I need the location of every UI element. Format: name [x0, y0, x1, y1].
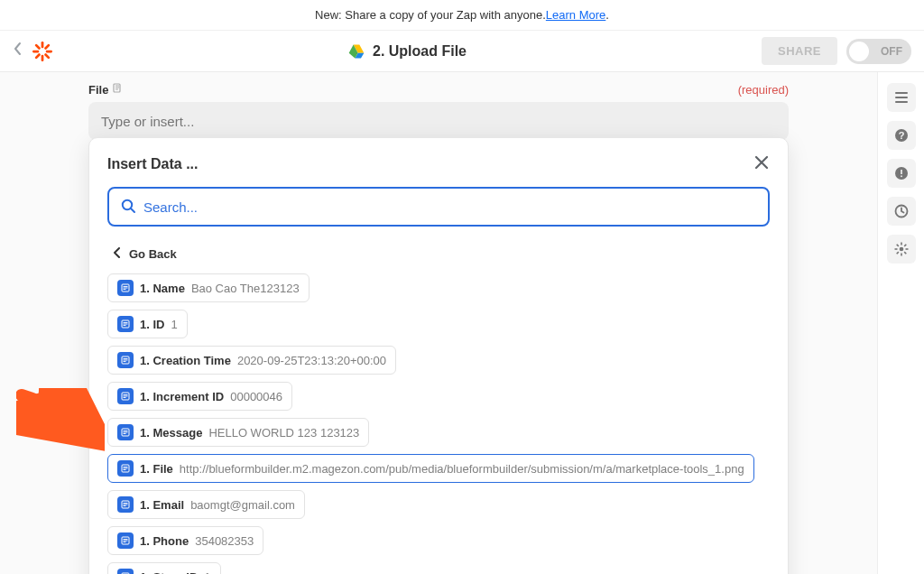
data-item-label: 1. Email — [140, 498, 184, 512]
data-item-label: 1. Name — [140, 282, 185, 295]
rail-help-button[interactable]: ? — [887, 121, 916, 150]
data-item-label: 1. ID — [140, 318, 164, 331]
search-input[interactable] — [143, 199, 757, 215]
google-drive-icon — [347, 42, 365, 60]
form-icon — [117, 316, 134, 332]
rail-settings-button[interactable] — [887, 235, 916, 264]
svg-rect-25 — [903, 252, 906, 255]
svg-rect-4 — [44, 43, 51, 50]
alert-icon — [894, 166, 909, 181]
topbar: 2. Upload File SHARE OFF — [0, 31, 924, 72]
settings-icon — [894, 242, 909, 256]
svg-rect-5 — [34, 52, 41, 59]
svg-rect-24 — [896, 244, 899, 246]
back-button[interactable] — [13, 42, 23, 60]
file-field-wrap: File (required) — [88, 83, 789, 140]
enable-toggle[interactable]: OFF — [846, 39, 911, 64]
zapier-logo — [32, 42, 52, 61]
data-item[interactable]: 1. Creation Time 2020-09-25T23:13:20+00:… — [107, 346, 396, 375]
go-back-button[interactable]: Go Back — [107, 241, 770, 273]
svg-rect-7 — [44, 52, 51, 59]
chevron-left-icon — [13, 42, 23, 56]
svg-rect-21 — [905, 248, 908, 250]
form-icon — [117, 496, 134, 513]
data-item[interactable]: 1. ID 1 — [107, 310, 188, 338]
data-item-label: 1. Message — [140, 426, 202, 440]
form-icon — [117, 388, 134, 404]
data-item[interactable]: 1. Phone 354082353 — [107, 526, 263, 555]
data-item-value: 1 — [171, 318, 177, 331]
go-back-label: Go Back — [129, 247, 177, 261]
banner-link[interactable]: Learn More — [546, 8, 605, 22]
rail-outline-button[interactable] — [887, 83, 916, 112]
close-icon — [753, 154, 770, 171]
search-icon — [120, 198, 136, 217]
svg-line-28 — [131, 208, 134, 212]
svg-rect-3 — [46, 50, 52, 52]
svg-rect-1 — [42, 54, 44, 60]
right-rail: ? — [877, 72, 924, 574]
insert-data-panel: Insert Data ... Go Back 1. Name Bao Cao … — [88, 137, 789, 574]
svg-rect-15 — [901, 176, 902, 178]
data-item-label: 1. Increment ID — [140, 390, 224, 403]
svg-rect-19 — [901, 254, 902, 256]
form-icon — [117, 532, 134, 549]
form-icon — [117, 280, 134, 296]
form-icon — [117, 569, 134, 574]
history-icon — [894, 204, 909, 218]
data-item-value: http://blueformbuilder.m2.magezon.com/pu… — [180, 462, 744, 476]
svg-rect-22 — [903, 244, 906, 246]
data-item[interactable]: 1. Increment ID 00000046 — [107, 382, 292, 411]
rail-history-button[interactable] — [887, 197, 916, 226]
svg-rect-18 — [901, 243, 902, 245]
file-field-label: File — [88, 83, 123, 97]
rail-alert-button[interactable] — [887, 159, 916, 188]
share-button[interactable]: SHARE — [762, 37, 837, 65]
form-icon — [117, 424, 134, 440]
data-item[interactable]: 1. Email baomgt@gmail.com — [107, 490, 305, 519]
svg-rect-20 — [894, 248, 897, 250]
step-title-text: 2. Upload File — [373, 43, 467, 60]
svg-rect-0 — [42, 42, 44, 48]
data-item-value: 2020-09-25T23:13:20+00:00 — [237, 354, 386, 367]
svg-text:?: ? — [898, 130, 904, 141]
banner-suffix: . — [605, 8, 609, 22]
toggle-label: OFF — [881, 45, 902, 58]
promo-banner: New: Share a copy of your Zap with anyon… — [0, 0, 924, 31]
form-icon — [117, 352, 134, 368]
data-item[interactable]: 1. Message HELLO WORLD 123 123123 — [107, 418, 369, 447]
data-item-list: 1. Name Bao Cao The1231231. ID 11. Creat… — [107, 273, 770, 574]
svg-rect-23 — [896, 252, 899, 255]
banner-text: New: Share a copy of your Zap with anyon… — [315, 8, 546, 22]
panel-title: Insert Data ... — [107, 156, 198, 172]
step-title: 2. Upload File — [61, 42, 753, 60]
data-item-value: HELLO WORLD 123 123123 — [208, 426, 359, 440]
search-wrap[interactable] — [107, 187, 770, 227]
data-item[interactable]: 1. Name Bao Cao The123123 — [107, 273, 310, 302]
data-item[interactable]: 1. File http://blueformbuilder.m2.magezo… — [107, 454, 754, 483]
data-item[interactable]: 1. Store ID 1 — [107, 562, 221, 574]
close-button[interactable] — [753, 154, 770, 174]
svg-rect-14 — [901, 170, 902, 174]
svg-point-17 — [899, 247, 903, 252]
chevron-left-icon — [113, 246, 122, 261]
required-indicator: (required) — [738, 83, 789, 97]
data-item-value: 354082353 — [195, 534, 254, 548]
list-icon — [894, 90, 909, 105]
data-item-value: Bao Cao The123123 — [191, 282, 300, 295]
data-item-label: 1. Creation Time — [140, 354, 231, 367]
data-item-label: 1. File — [140, 462, 173, 476]
data-item-value: 00000046 — [230, 390, 282, 403]
data-item-label: 1. Store ID — [140, 570, 198, 575]
svg-rect-2 — [32, 50, 39, 52]
copy-icon — [112, 83, 123, 97]
help-icon: ? — [894, 128, 909, 143]
file-input[interactable] — [88, 102, 789, 140]
data-item-value: 1 — [204, 570, 210, 575]
svg-rect-6 — [34, 43, 41, 50]
data-item-label: 1. Phone — [140, 534, 189, 548]
form-icon — [117, 460, 134, 477]
data-item-value: baomgt@gmail.com — [190, 498, 295, 512]
